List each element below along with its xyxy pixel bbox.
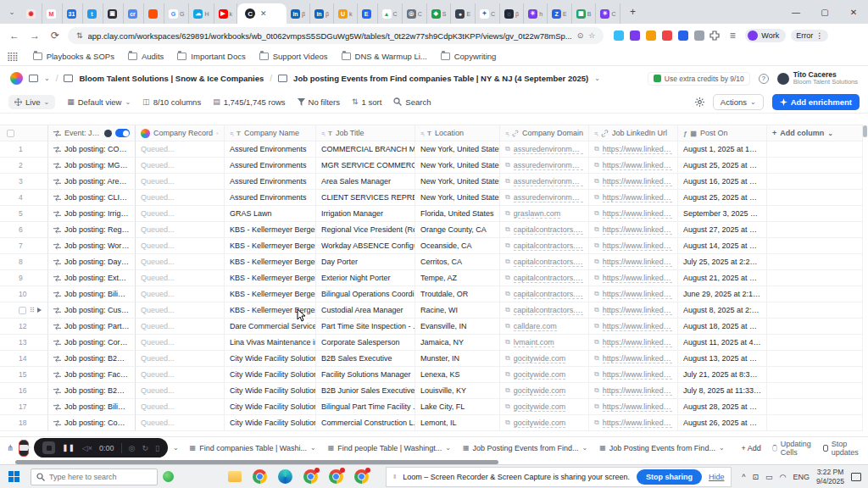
- reload-button[interactable]: ⟳: [47, 30, 63, 42]
- location-cell[interactable]: Lake City, FL: [415, 399, 500, 415]
- row-number-cell[interactable]: 13 ⠿: [0, 335, 48, 351]
- job-title-cell[interactable]: CLIENT SERVICES REPRESE...: [316, 190, 415, 206]
- drag-handle-icon[interactable]: ⠿: [30, 307, 34, 314]
- job-title-cell[interactable]: Custodial Area Manager: [316, 302, 415, 319]
- company-record-cell[interactable]: Queued...: [136, 399, 225, 415]
- breadcrumb-table[interactable]: Job posting Events from Find companies T…: [293, 74, 588, 83]
- company-domain-link[interactable]: graslawn.com: [514, 209, 561, 219]
- column-header-event[interactable]: Event: Job posting: [48, 125, 136, 141]
- row-hover-controls[interactable]: ⠿: [19, 307, 42, 314]
- pinned-tab[interactable]: ◌ β: [500, 3, 524, 24]
- tray-wifi-icon[interactable]: ◠: [780, 473, 787, 481]
- clay-logo[interactable]: [10, 72, 23, 85]
- company-record-cell[interactable]: Queued...: [136, 141, 225, 158]
- taskbar-app-icon[interactable]: [278, 469, 292, 484]
- mute-speaker-icon[interactable]: ◁×: [82, 444, 92, 452]
- company-name-cell[interactable]: KBS - Kellermeyer Bergenso...: [225, 238, 316, 254]
- pinned-tab[interactable]: ▲ C: [378, 3, 403, 24]
- event-cell[interactable]: Job posting: Bilingual...: [48, 286, 136, 302]
- vertical-scrollbar-thumb[interactable]: [863, 125, 867, 137]
- sort-button[interactable]: ⇅ 1 sort: [352, 97, 381, 107]
- post-on-cell[interactable]: August 21, 2025 at 8:14 PM...: [678, 270, 767, 286]
- company-record-cell[interactable]: Queued...: [136, 254, 225, 270]
- row-number-cell[interactable]: 5 ⠿: [0, 206, 48, 222]
- browser-menu-icon[interactable]: ⋮: [815, 31, 823, 40]
- post-on-cell[interactable]: August 13, 2025 at 6:30 PM...: [678, 351, 767, 367]
- tray-expand-icon[interactable]: ^: [742, 473, 745, 481]
- company-domain-cell[interactable]: ⧉graslawn.com: [500, 206, 589, 222]
- pinned-tab[interactable]: [144, 3, 164, 24]
- location-cell[interactable]: Jamaica, NY: [415, 335, 500, 351]
- post-on-cell[interactable]: August 11, 2025 at 4:20 PM...: [678, 335, 767, 351]
- company-record-cell[interactable]: Queued...: [136, 174, 225, 190]
- event-cell[interactable]: Job posting: COMME...: [48, 141, 136, 158]
- company-domain-cell[interactable]: ⧉assuredenvironments.co...: [500, 141, 589, 158]
- column-header-company-name[interactable]: ≡,TCompany Name: [225, 125, 316, 141]
- job-title-cell[interactable]: Facility Solutions Manager: [316, 367, 415, 383]
- company-name-cell[interactable]: KBS - Kellermeyer Bergenso...: [225, 270, 316, 286]
- chevron-down-icon[interactable]: ⌄: [445, 444, 451, 452]
- linkedin-url-link[interactable]: https://www.linkedin.co...: [603, 386, 672, 396]
- settings-gear-icon[interactable]: [695, 97, 704, 107]
- pinned-tab[interactable]: ✳ C: [596, 3, 620, 24]
- table-row[interactable]: 9 ⠿ Job posting: Exterior ... Queued... …: [0, 270, 863, 286]
- maximize-button[interactable]: ▢: [810, 0, 839, 24]
- job-linkedin-url-cell[interactable]: ⧉https://www.linkedin.co...: [589, 174, 678, 190]
- post-on-cell[interactable]: August 25, 2025 at 1:48 PM...: [678, 190, 767, 206]
- tab-search-icon[interactable]: ⌄: [5, 5, 19, 19]
- company-domain-link[interactable]: lvmaint.com: [514, 338, 554, 347]
- live-button[interactable]: Live ⌄: [8, 95, 55, 109]
- taskbar-app-icon[interactable]: [329, 469, 343, 484]
- job-linkedin-url-cell[interactable]: ⧉https://www.linkedin.co...: [589, 238, 678, 254]
- action-center-icon[interactable]: [851, 473, 861, 481]
- pinned-tab[interactable]: 31: [63, 3, 83, 24]
- location-cell[interactable]: Lenexa, KS: [415, 367, 500, 383]
- job-title-cell[interactable]: Exterior Night Porter: [316, 270, 415, 286]
- event-cell[interactable]: Job posting: Part Tim...: [48, 319, 136, 335]
- linkedin-url-link[interactable]: https://www.linkedin.co...: [603, 290, 672, 299]
- job-title-cell[interactable]: B2B Sales Executive: [316, 351, 415, 367]
- post-on-cell[interactable]: July 25, 2025 at 2:23 PM EDT: [678, 254, 767, 270]
- event-cell[interactable]: Job posting: MGR SE...: [48, 158, 136, 174]
- company-record-cell[interactable]: Queued...: [136, 319, 225, 335]
- extension-icon[interactable]: [646, 30, 656, 41]
- post-on-cell[interactable]: August 18, 2025 at 6:33 PM...: [678, 319, 767, 335]
- chevron-down-icon[interactable]: ⌄: [719, 444, 725, 452]
- chevron-down-icon[interactable]: ⌄: [173, 444, 179, 452]
- linkedin-url-link[interactable]: https://www.linkedin.co...: [603, 338, 672, 347]
- row-number-cell[interactable]: 3 ⠿: [0, 174, 48, 190]
- linkedin-url-link[interactable]: https://www.linkedin.co...: [603, 402, 672, 412]
- extension-icon[interactable]: [662, 30, 672, 41]
- columns-button[interactable]: ◫ 8/10 columns: [142, 97, 201, 107]
- company-domain-cell[interactable]: ⧉gocitywide.com: [500, 399, 589, 415]
- post-on-cell[interactable]: August 8, 2025 at 2:14 PM E...: [678, 302, 767, 319]
- location-cell[interactable]: Troutdale, OR: [415, 286, 500, 302]
- table-row[interactable]: 13 ⠿ Job posting: Corporat... Queued... …: [0, 335, 863, 351]
- event-cell[interactable]: Job posting: Irrigatio...: [48, 206, 136, 222]
- post-on-cell[interactable]: August 28, 2025 at 2:08 PM...: [678, 399, 767, 415]
- company-domain-cell[interactable]: ⧉gocitywide.com: [500, 415, 589, 431]
- job-linkedin-url-cell[interactable]: ⧉https://www.linkedin.co...: [589, 158, 678, 174]
- company-domain-link[interactable]: capitalcontractors.com: [514, 258, 583, 267]
- row-number-cell[interactable]: 6 ⠿: [0, 222, 48, 238]
- company-name-cell[interactable]: KBS - Kellermeyer Bergenso...: [225, 222, 316, 238]
- column-header-location[interactable]: ≡,TLocation: [415, 125, 500, 141]
- add-enrichment-button[interactable]: Add enrichment: [772, 94, 860, 110]
- bookmark-star-icon[interactable]: ☆: [588, 31, 595, 40]
- pinned-tab[interactable]: ▣: [103, 3, 124, 24]
- row-number-cell[interactable]: 16 ⠿: [0, 383, 48, 399]
- reading-list-icon[interactable]: ≡: [725, 30, 740, 42]
- tab-close-icon[interactable]: ✕: [260, 9, 267, 18]
- table-row[interactable]: 15 ⠿ Job posting: Facility ... Queued...…: [0, 367, 863, 383]
- column-toggle[interactable]: [115, 129, 130, 137]
- company-domain-cell[interactable]: ⧉capitalcontractors.com: [500, 270, 589, 286]
- table-row[interactable]: 4 ⠿ Job posting: CLIENT ... Queued... As…: [0, 190, 863, 206]
- event-cell[interactable]: Job posting: Area Sal...: [48, 174, 136, 190]
- company-domain-link[interactable]: calldare.com: [514, 322, 557, 331]
- post-on-cell[interactable]: August 14, 2025 at 12:33 A...: [678, 238, 767, 254]
- column-header-job-title[interactable]: ≡,TJob Title: [316, 125, 415, 141]
- table-row[interactable]: 5 ⠿ Job posting: Irrigatio... Queued... …: [0, 206, 863, 222]
- location-cell[interactable]: New York, United States: [415, 158, 500, 174]
- job-title-cell[interactable]: MGR SERVICE COMMERCIAL: [316, 158, 415, 174]
- row-number-cell[interactable]: 18 ⠿: [0, 415, 48, 431]
